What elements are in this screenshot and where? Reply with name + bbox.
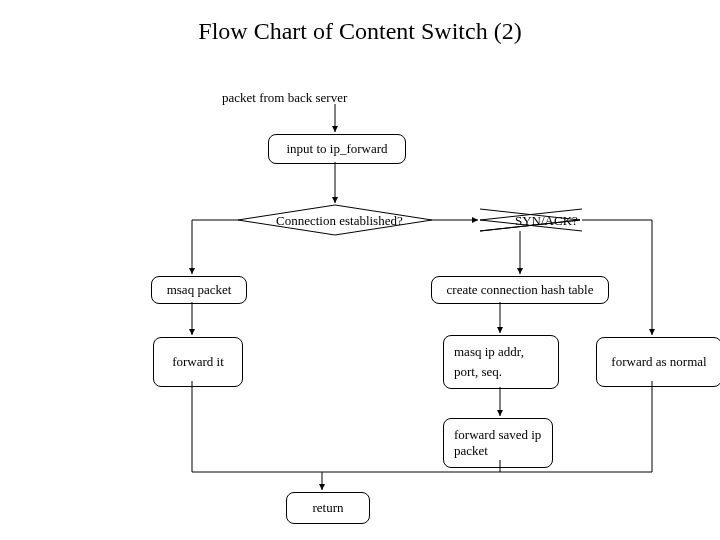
start-label: packet from back server	[222, 90, 347, 106]
decision2-label: SYN/ACK?	[515, 213, 578, 229]
msaq-box: msaq packet	[151, 276, 247, 304]
masq-box: masq ip addr, port, seq.	[443, 335, 559, 389]
forward-saved-box: forward saved ip packet	[443, 418, 553, 468]
forward-it-box: forward it	[153, 337, 243, 387]
return-box: return	[286, 492, 370, 524]
forward-saved-text: forward saved ip packet	[454, 427, 542, 458]
masq-line1: masq ip addr,	[454, 344, 524, 360]
decision1-label: Connection established?	[276, 213, 403, 229]
input-box: input to ip_forward	[268, 134, 406, 164]
diagram-title: Flow Chart of Content Switch (2)	[0, 18, 720, 45]
flow-diagram-svg	[0, 0, 720, 540]
create-hash-box: create connection hash table	[431, 276, 609, 304]
forward-normal-box: forward as normal	[596, 337, 720, 387]
masq-line2: port, seq.	[454, 364, 502, 380]
